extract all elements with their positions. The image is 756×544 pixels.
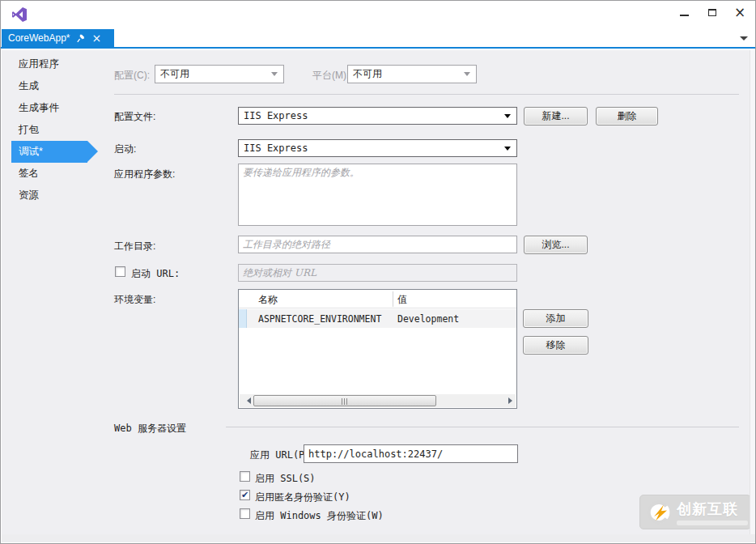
window-bottom-edge: [2, 534, 756, 542]
app-url-input[interactable]: [304, 444, 518, 463]
platform-label: 平台(M):: [312, 69, 349, 83]
launch-value: IIS Express: [244, 140, 308, 157]
watermark-logo-icon: [647, 500, 671, 525]
remove-button[interactable]: 移除: [523, 336, 588, 355]
document-tab-strip: CoreWebApp* ×: [1, 29, 755, 49]
watermark-badge: 创新互联: [639, 495, 751, 529]
sidebar-item-resources[interactable]: 资源: [2, 185, 107, 206]
table-row[interactable]: ASPNETCORE_ENVIRONMENT Development: [239, 309, 516, 328]
configuration-dropdown[interactable]: 不可用: [155, 65, 284, 83]
working-directory-label: 工作目录:: [114, 240, 155, 253]
profile-value: IIS Express: [244, 108, 308, 125]
vertical-scrollbar-track[interactable]: [750, 50, 756, 534]
browse-button[interactable]: 浏览...: [524, 236, 588, 254]
close-icon: ×: [734, 4, 745, 20]
scroll-right-icon: [508, 397, 516, 404]
app-arguments-label: 应用程序参数:: [114, 168, 175, 181]
profile-dropdown[interactable]: IIS Express: [238, 107, 517, 125]
watermark-subtext-bar: [677, 521, 748, 525]
sidebar-item-signing[interactable]: 签名: [2, 163, 107, 185]
launch-label: 启动:: [114, 142, 136, 156]
new-profile-button[interactable]: 新建...: [524, 107, 588, 125]
tab-title: CoreWebApp*: [8, 32, 70, 44]
enable-ssl-checkbox[interactable]: [240, 471, 250, 482]
properties-page: 应用程序 生成 生成事件 打包 调试* 签名 资源 配置(C): 不可用 平台(…: [2, 50, 756, 535]
launch-dropdown[interactable]: IIS Express: [238, 139, 517, 157]
sidebar-item-build-events[interactable]: 生成事件: [2, 97, 107, 119]
environment-variables-table: 名称 值 ASPNETCORE_ENVIRONMENT Development: [238, 289, 517, 409]
chevron-down-icon: [464, 72, 470, 79]
launch-url-label: 启动 URL:: [131, 267, 180, 281]
sidebar-item-application[interactable]: 应用程序: [2, 53, 107, 75]
env-column-name: 名称: [258, 293, 278, 307]
chevron-down-icon: [504, 114, 511, 121]
minimize-icon: [680, 15, 689, 16]
env-table-header: 名称 值: [239, 290, 516, 308]
web-server-section-label: Web 服务器设置: [114, 422, 186, 436]
enable-anonymous-auth-checkbox[interactable]: ✔: [240, 490, 250, 500]
app-arguments-textarea[interactable]: [238, 164, 517, 226]
selected-arrow: [87, 141, 98, 162]
configuration-label: 配置(C):: [114, 69, 150, 83]
delete-profile-button[interactable]: 删除: [596, 107, 658, 125]
chevron-down-icon: [271, 72, 278, 79]
enable-anonymous-auth-label: 启用匿名身份验证(Y): [255, 491, 350, 504]
title-bar: ×: [1, 1, 755, 29]
environment-variables-label: 环境变量:: [114, 293, 155, 307]
env-value-cell: Development: [397, 313, 459, 325]
visual-studio-logo-icon: [11, 6, 28, 23]
sidebar-item-package[interactable]: 打包: [2, 119, 107, 141]
sidebar-item-build[interactable]: 生成: [2, 75, 107, 97]
sidebar-item-debug[interactable]: 调试*: [11, 141, 87, 163]
enable-windows-auth-checkbox[interactable]: [240, 508, 250, 519]
check-icon: ✔: [241, 490, 248, 500]
minimize-button[interactable]: [671, 3, 697, 23]
vs-project-properties-window: × CoreWebApp* × 应用程序 生成 生成事件 打包 调试* 签名 资…: [0, 0, 756, 544]
chevron-down-icon: [504, 147, 511, 154]
scroll-left-button[interactable]: [240, 394, 253, 407]
tab-corewebapp[interactable]: CoreWebApp* ×: [2, 29, 114, 47]
column-divider: [393, 291, 393, 307]
add-button[interactable]: 添加: [523, 309, 588, 328]
maximize-button[interactable]: [699, 3, 725, 23]
platform-dropdown[interactable]: 不可用: [347, 65, 477, 83]
enable-windows-auth-label: 启用 Windows 身份验证(W): [255, 509, 384, 523]
platform-value: 不可用: [353, 66, 382, 83]
tab-close-icon[interactable]: ×: [92, 34, 102, 43]
env-name-cell: ASPNETCORE_ENVIRONMENT: [258, 313, 381, 325]
thumb-grip-icon: [342, 398, 348, 405]
separator: [114, 94, 739, 95]
configuration-value: 不可用: [160, 66, 189, 83]
pin-icon[interactable]: [77, 34, 86, 43]
horizontal-scrollbar[interactable]: [240, 394, 516, 407]
launch-url-checkbox[interactable]: [115, 266, 125, 277]
scroll-right-button[interactable]: [503, 394, 516, 407]
launch-url-input[interactable]: [238, 264, 517, 282]
watermark-text: 创新互联: [677, 499, 748, 519]
profile-label: 配置文件:: [114, 110, 155, 124]
env-column-value: 值: [397, 293, 407, 307]
maximize-icon: [708, 9, 716, 16]
enable-ssl-label: 启用 SSL(S): [255, 472, 316, 486]
row-selector[interactable]: [239, 309, 247, 328]
tab-overflow-chevron-icon[interactable]: [740, 36, 748, 45]
scroll-left-icon: [244, 397, 251, 404]
sidebar-item-label: 调试*: [19, 146, 43, 157]
separator: [226, 427, 739, 427]
scrollbar-thumb[interactable]: [253, 395, 436, 406]
close-window-button[interactable]: ×: [727, 3, 753, 23]
working-directory-input[interactable]: [238, 236, 517, 253]
